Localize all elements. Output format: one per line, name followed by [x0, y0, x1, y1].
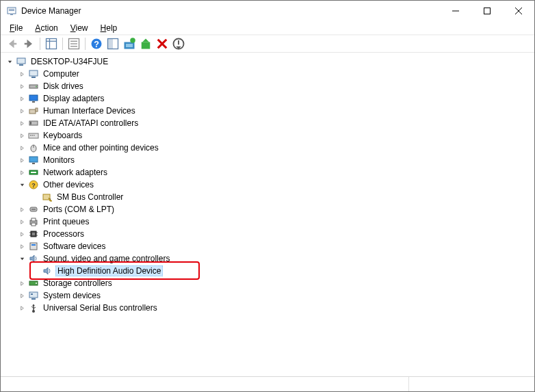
chevron-right-icon[interactable] — [17, 118, 27, 128]
scan-hardware-button[interactable] — [105, 36, 120, 51]
chevron-right-icon[interactable] — [17, 217, 27, 226]
svg-rect-45 — [32, 163, 35, 164]
tree-node-print[interactable]: Print queues — [2, 215, 533, 228]
node-label: Disk drives — [42, 81, 85, 91]
svg-point-53 — [31, 209, 33, 210]
chevron-right-icon[interactable] — [17, 205, 27, 214]
tree-node-keyboards[interactable]: Keyboards — [2, 129, 533, 142]
svg-rect-57 — [31, 218, 36, 221]
svg-rect-26 — [17, 58, 25, 64]
chevron-right-icon[interactable] — [17, 291, 27, 300]
menu-file[interactable]: File — [5, 23, 27, 34]
tree-node-ide[interactable]: IDE ATA/ATAPI controllers — [2, 117, 533, 129]
device-tree[interactable]: DESKTOP-U34FJUE Computer Disk drives Dis… — [1, 53, 534, 376]
svg-rect-40 — [32, 135, 34, 136]
disk-icon — [28, 81, 39, 92]
update-driver-button[interactable] — [122, 36, 137, 51]
tree-node-hdaudio[interactable]: High Definition Audio Device — [2, 265, 533, 277]
node-label: Other devices — [42, 180, 95, 190]
svg-rect-33 — [32, 101, 35, 103]
node-label: Software devices — [42, 241, 107, 251]
node-label: Display adapters — [42, 94, 105, 103]
storage-icon — [28, 278, 39, 289]
chevron-right-icon[interactable] — [17, 69, 27, 79]
chevron-right-icon[interactable] — [17, 155, 27, 165]
node-label: Mice and other pointing devices — [42, 143, 160, 153]
disable-device-button[interactable] — [171, 36, 186, 51]
port-icon — [28, 204, 39, 215]
tree-node-computer[interactable]: Computer — [2, 68, 533, 80]
menu-help[interactable]: Help — [96, 23, 122, 34]
tree-node-hid[interactable]: Human Interface Devices — [2, 105, 533, 117]
svg-rect-2 — [9, 9, 14, 10]
menu-action[interactable]: Action — [30, 23, 62, 34]
chevron-right-icon[interactable] — [17, 278, 27, 288]
system-icon — [28, 290, 39, 301]
chevron-right-icon[interactable] — [17, 303, 27, 313]
audio-device-icon — [42, 265, 53, 276]
svg-rect-44 — [29, 157, 38, 162]
tree-node-system[interactable]: System devices — [2, 289, 533, 302]
node-label: Storage controllers — [42, 278, 114, 288]
tree-node-network[interactable]: Network adapters — [2, 166, 533, 179]
tree-root[interactable]: DESKTOP-U34FJUE — [2, 55, 533, 68]
tree-node-monitors[interactable]: Monitors — [2, 154, 533, 166]
forward-button[interactable] — [21, 36, 36, 51]
svg-point-31 — [36, 86, 37, 88]
chevron-down-icon[interactable] — [17, 180, 27, 190]
svg-point-68 — [36, 283, 37, 284]
enable-device-button[interactable] — [138, 36, 153, 51]
chevron-right-icon[interactable] — [17, 81, 27, 91]
chevron-right-icon[interactable] — [17, 131, 27, 140]
node-label: Computer — [42, 69, 81, 79]
back-button[interactable] — [5, 36, 20, 51]
svg-text:?: ? — [31, 182, 36, 189]
tree-node-display[interactable]: Display adapters — [2, 92, 533, 105]
computer-icon — [16, 56, 27, 67]
tree-node-mice[interactable]: Mice and other pointing devices — [2, 142, 533, 154]
device-manager-window: Device Manager File Action View Help ? D… — [0, 0, 535, 392]
toolbar-separator — [85, 38, 86, 50]
show-hide-tree-button[interactable] — [44, 36, 59, 51]
chevron-down-icon[interactable] — [17, 254, 27, 263]
svg-rect-60 — [32, 233, 35, 235]
close-button[interactable] — [503, 1, 534, 21]
tree-node-storage[interactable]: Storage controllers — [2, 277, 533, 289]
keyboard-icon — [28, 130, 39, 141]
tree-node-ports[interactable]: Ports (COM & LPT) — [2, 203, 533, 215]
properties-button[interactable] — [66, 36, 81, 51]
window-title: Device Manager — [21, 6, 81, 16]
tree-node-processors[interactable]: Processors — [2, 228, 533, 240]
tree-node-usb[interactable]: Universal Serial Bus controllers — [2, 302, 533, 314]
svg-rect-5 — [484, 8, 491, 14]
chevron-right-icon[interactable] — [17, 106, 27, 116]
tree-node-smbus[interactable]: !SM Bus Controller — [2, 191, 533, 203]
chevron-right-icon[interactable] — [17, 94, 27, 103]
chevron-down-icon[interactable] — [5, 57, 14, 66]
node-label: Print queues — [42, 217, 90, 226]
computer-icon — [28, 68, 39, 79]
tree-node-software[interactable]: Software devices — [2, 240, 533, 252]
svg-rect-3 — [9, 10, 14, 11]
uninstall-button[interactable] — [155, 36, 170, 51]
help-button[interactable]: ? — [89, 36, 104, 51]
chevron-right-icon[interactable] — [17, 143, 27, 153]
svg-rect-66 — [31, 244, 36, 246]
monitor-icon — [28, 155, 39, 166]
svg-rect-8 — [13, 43, 16, 45]
tree-node-other[interactable]: ?Other devices — [2, 179, 533, 191]
svg-rect-41 — [34, 135, 35, 136]
chevron-right-icon[interactable] — [17, 168, 27, 177]
chevron-right-icon[interactable] — [17, 241, 27, 251]
menu-view[interactable]: View — [66, 23, 93, 34]
node-label: IDE ATA/ATAPI controllers — [42, 118, 140, 128]
chevron-right-icon[interactable] — [17, 229, 27, 239]
tree-node-sound[interactable]: Sound, video and game controllers — [2, 252, 533, 265]
node-label: Network adapters — [42, 168, 109, 177]
svg-rect-34 — [29, 109, 36, 114]
svg-rect-1 — [10, 14, 13, 15]
tree-node-disk[interactable]: Disk drives — [2, 80, 533, 92]
minimize-button[interactable] — [440, 1, 471, 21]
svg-rect-70 — [31, 293, 33, 295]
maximize-button[interactable] — [471, 1, 503, 21]
